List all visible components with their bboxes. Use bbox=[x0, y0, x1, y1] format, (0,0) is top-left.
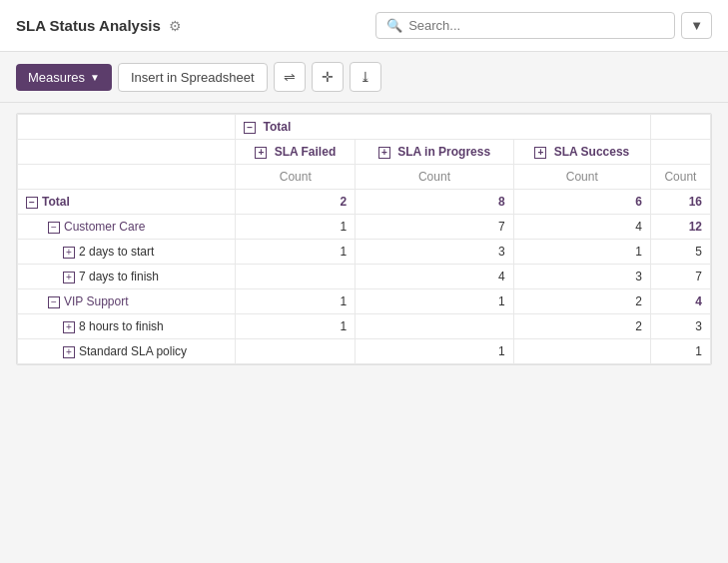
empty-grand-total-group bbox=[650, 140, 710, 165]
header-left: SLA Status Analysis ⚙ bbox=[16, 17, 182, 34]
row-label: +7 days to finish bbox=[18, 265, 236, 289]
cell-value: 1 bbox=[513, 240, 650, 265]
sla-success-label: SLA Success bbox=[554, 145, 630, 159]
row-label: +2 days to start bbox=[18, 240, 236, 265]
search-input[interactable] bbox=[408, 18, 664, 33]
col-header-sla-failed[interactable]: + SLA Failed bbox=[236, 140, 356, 165]
cell-value: 3 bbox=[356, 240, 513, 265]
table-row: −Customer Care17412 bbox=[18, 215, 711, 240]
row-label-text: Customer Care bbox=[64, 220, 145, 234]
table-row: +Standard SLA policy11 bbox=[18, 339, 711, 364]
empty-measure-header bbox=[18, 165, 236, 190]
page-title: SLA Status Analysis bbox=[16, 17, 161, 34]
page-header: SLA Status Analysis ⚙ 🔍 ▼ bbox=[0, 0, 728, 52]
table-row: +8 hours to finish123 bbox=[18, 314, 711, 339]
cell-value: 8 bbox=[356, 190, 513, 215]
row-label-text: 8 hours to finish bbox=[79, 319, 164, 333]
total-collapse-icon[interactable]: − bbox=[244, 122, 256, 134]
cell-value: 12 bbox=[650, 215, 710, 240]
cell-value: 7 bbox=[650, 265, 710, 289]
search-icon: 🔍 bbox=[386, 18, 402, 33]
cell-value bbox=[236, 265, 356, 289]
filter-icon: ⇌ bbox=[284, 69, 296, 85]
gear-icon[interactable]: ⚙ bbox=[169, 18, 182, 34]
move-icon: ✛ bbox=[322, 69, 334, 85]
row-expand-icon[interactable]: + bbox=[63, 247, 75, 259]
row-expand-icon[interactable]: + bbox=[63, 346, 75, 358]
row-label: −VIP Support bbox=[18, 289, 236, 314]
download-icon: ⤓ bbox=[360, 69, 371, 85]
toolbar: Measures ▼ Insert in Spreadsheet ⇌ ✛ ⤓ bbox=[0, 52, 728, 103]
row-label-text: 7 days to finish bbox=[79, 270, 159, 283]
empty-group-header bbox=[18, 140, 236, 165]
sla-failed-expand-icon[interactable]: + bbox=[255, 147, 267, 159]
pivot-table: − Total + SLA Failed + SLA in Progress bbox=[16, 113, 712, 365]
move-button[interactable]: ✛ bbox=[312, 62, 344, 92]
cell-value: 4 bbox=[356, 265, 513, 289]
row-label: +Standard SLA policy bbox=[18, 339, 236, 364]
cell-value: 2 bbox=[513, 289, 650, 314]
table-row: +2 days to start1315 bbox=[18, 240, 711, 265]
col-header-sla-success[interactable]: + SLA Success bbox=[513, 140, 650, 165]
measures-chevron-icon: ▼ bbox=[90, 72, 100, 83]
row-label: −Total bbox=[18, 190, 236, 215]
cell-value: 1 bbox=[650, 339, 710, 364]
row-label-text: 2 days to start bbox=[79, 245, 154, 259]
row-label: −Customer Care bbox=[18, 215, 236, 240]
cell-value: 5 bbox=[650, 240, 710, 265]
cell-value: 6 bbox=[513, 190, 650, 215]
measure-grand-total: Count bbox=[650, 165, 710, 190]
cell-value: 3 bbox=[650, 314, 710, 339]
sla-in-progress-expand-icon[interactable]: + bbox=[378, 147, 390, 159]
sla-success-expand-icon[interactable]: + bbox=[534, 147, 546, 159]
sla-in-progress-label: SLA in Progress bbox=[397, 145, 490, 159]
row-collapse-icon[interactable]: − bbox=[26, 197, 38, 209]
measures-label: Measures bbox=[28, 70, 85, 85]
search-box[interactable]: 🔍 bbox=[375, 12, 675, 39]
table-row: −Total28616 bbox=[18, 190, 711, 215]
row-expand-icon[interactable]: + bbox=[63, 272, 75, 283]
row-collapse-icon[interactable]: − bbox=[48, 296, 60, 308]
search-dropdown-button[interactable]: ▼ bbox=[681, 12, 712, 39]
download-button[interactable]: ⤓ bbox=[350, 62, 381, 92]
cell-value: 4 bbox=[650, 289, 710, 314]
cell-value: 16 bbox=[650, 190, 710, 215]
cell-value: 1 bbox=[236, 314, 356, 339]
measures-button[interactable]: Measures ▼ bbox=[16, 64, 112, 91]
measure-sla-success: Count bbox=[513, 165, 650, 190]
measure-sla-failed: Count bbox=[236, 165, 356, 190]
col-header-sla-in-progress[interactable]: + SLA in Progress bbox=[356, 140, 513, 165]
cell-value: 1 bbox=[236, 215, 356, 240]
cell-value: 2 bbox=[513, 314, 650, 339]
empty-top-header bbox=[18, 115, 236, 140]
total-group-header: − Total bbox=[236, 115, 651, 140]
cell-value: 1 bbox=[236, 240, 356, 265]
cell-value: 4 bbox=[513, 215, 650, 240]
row-label-text: Total bbox=[42, 195, 70, 209]
main-content: − Total + SLA Failed + SLA in Progress bbox=[0, 103, 728, 375]
row-label-text: VIP Support bbox=[64, 294, 129, 308]
header-row-top: − Total bbox=[18, 115, 711, 140]
grand-total-empty bbox=[650, 115, 710, 140]
cell-value bbox=[513, 339, 650, 364]
cell-value bbox=[236, 339, 356, 364]
insert-spreadsheet-button[interactable]: Insert in Spreadsheet bbox=[118, 63, 268, 92]
header-row-measures: Count Count Count Count bbox=[18, 165, 711, 190]
cell-value bbox=[356, 314, 513, 339]
cell-value: 1 bbox=[356, 289, 513, 314]
row-label-text: Standard SLA policy bbox=[79, 344, 187, 358]
table-row: +7 days to finish437 bbox=[18, 265, 711, 289]
sla-failed-label: SLA Failed bbox=[275, 145, 337, 159]
row-expand-icon[interactable]: + bbox=[63, 321, 75, 333]
header-row-groups: + SLA Failed + SLA in Progress + SLA Suc… bbox=[18, 140, 711, 165]
table-row: −VIP Support1124 bbox=[18, 289, 711, 314]
cell-value: 7 bbox=[356, 215, 513, 240]
cell-value: 3 bbox=[513, 265, 650, 289]
insert-label: Insert in Spreadsheet bbox=[131, 70, 255, 85]
search-container: 🔍 ▼ bbox=[375, 12, 712, 39]
cell-value: 1 bbox=[356, 339, 513, 364]
row-label: +8 hours to finish bbox=[18, 314, 236, 339]
total-header-label: Total bbox=[264, 120, 292, 134]
filter-button[interactable]: ⇌ bbox=[274, 62, 306, 92]
row-collapse-icon[interactable]: − bbox=[48, 222, 60, 234]
